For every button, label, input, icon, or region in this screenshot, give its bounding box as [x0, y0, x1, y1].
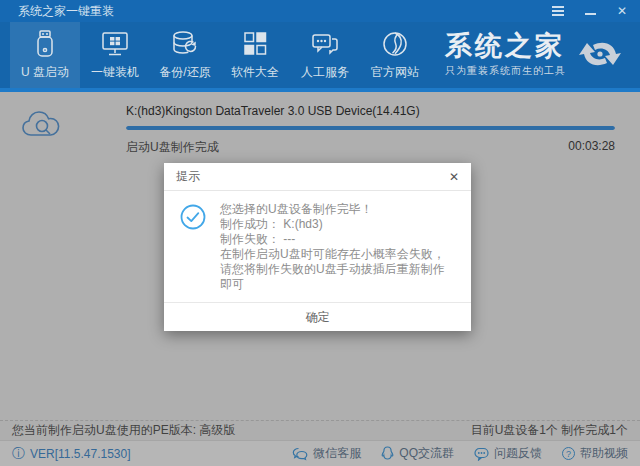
dialog-line-note: 在制作启动U盘时可能存在小概率会失败，请您将制作失败的U盘手动拔插后重新制作即可 [220, 247, 455, 292]
monitor-windows-icon [100, 29, 130, 59]
titlebar: 系统之家一键重装 ✕ [0, 0, 640, 22]
nav-label: 备份/还原 [159, 64, 210, 81]
window-controls: ✕ [550, 3, 630, 19]
minimize-button[interactable] [582, 3, 598, 19]
nav-label: U 盘启动 [21, 64, 69, 81]
dialog-line-failed: 制作失败： --- [220, 232, 455, 247]
menu-icon[interactable] [550, 3, 566, 19]
nav-item-website[interactable]: 官方网站 [360, 22, 430, 88]
nav-item-usb-boot[interactable]: U 盘启动 [10, 22, 80, 88]
dialog-footer: 确定 [164, 302, 471, 331]
nav-item-service[interactable]: 人工服务 [290, 22, 360, 88]
usb-drive-icon [32, 29, 58, 59]
nav-label: 官方网站 [371, 64, 419, 81]
nav-item-one-click-install[interactable]: 一键装机 [80, 22, 150, 88]
nav-item-software[interactable]: 软件大全 [220, 22, 290, 88]
confirm-button[interactable]: 确定 [292, 307, 344, 328]
window-title: 系统之家一键重装 [18, 3, 114, 20]
dialog-line-complete: 您选择的U盘设备制作完毕！ [220, 202, 455, 217]
brand-title: 系统之家 [445, 33, 566, 60]
dialog-close-icon[interactable]: ✕ [449, 170, 459, 184]
brand-logo: 系统之家 只为重装系统而生的工具 [445, 22, 640, 88]
apps-grid-icon [241, 29, 269, 59]
dialog-body: 您选择的U盘设备制作完毕！ 制作成功： K:(hd3) 制作失败： --- 在制… [164, 191, 471, 302]
swirl-arrows-icon [574, 34, 626, 77]
dialog-header: 提示 ✕ [164, 163, 471, 191]
database-restore-icon [170, 29, 200, 59]
nav-label: 软件大全 [231, 64, 279, 81]
brand-tagline: 只为重装系统而生的工具 [445, 64, 566, 78]
dialog-title: 提示 [176, 168, 200, 185]
globe-icon [380, 29, 410, 59]
close-button[interactable]: ✕ [614, 3, 630, 19]
chat-service-icon [310, 29, 340, 59]
app-window: 系统之家一键重装 ✕ U 盘启动 [0, 0, 640, 466]
dialog-line-success: 制作成功： K:(hd3) [220, 217, 455, 232]
success-check-icon [180, 204, 206, 292]
dialog-message: 您选择的U盘设备制作完毕！ 制作成功： K:(hd3) 制作失败： --- 在制… [220, 202, 455, 292]
nav-label: 人工服务 [301, 64, 349, 81]
result-dialog: 提示 ✕ 您选择的U盘设备制作完毕！ 制作成功： K:(hd3) 制作失败： -… [164, 163, 471, 331]
main-nav: U 盘启动 一键装机 [0, 22, 640, 88]
nav-item-backup-restore[interactable]: 备份/还原 [150, 22, 220, 88]
nav-label: 一键装机 [91, 64, 139, 81]
